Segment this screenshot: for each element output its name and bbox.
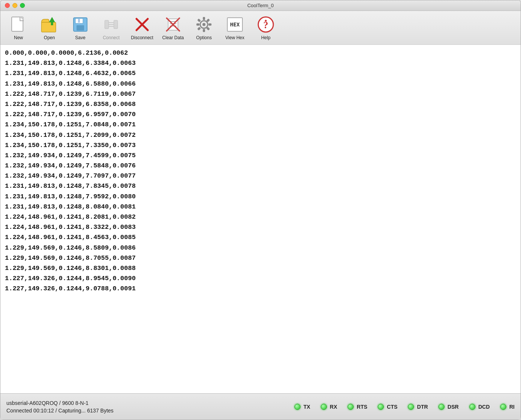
dtr-label: DTR bbox=[417, 404, 428, 410]
help-icon: ? bbox=[257, 15, 275, 34]
disconnect-label: Disconnect bbox=[131, 35, 153, 40]
data-display[interactable]: 0.000,0.000,0.0000,6.2136,0.0062 1.231,1… bbox=[5, 48, 516, 390]
svg-rect-24 bbox=[203, 17, 205, 20]
save-label: Save bbox=[75, 35, 85, 40]
svg-rect-10 bbox=[114, 20, 118, 29]
status-indicators: TX RX RTS CTS DTR bbox=[294, 404, 515, 410]
new-label: New bbox=[14, 35, 23, 40]
open-label: Open bbox=[44, 35, 55, 40]
rts-label: RTS bbox=[357, 404, 367, 410]
svg-rect-30 bbox=[197, 27, 201, 31]
cts-label: CTS bbox=[387, 404, 397, 410]
open-button[interactable]: Open bbox=[34, 13, 64, 43]
svg-rect-4 bbox=[51, 21, 53, 25]
svg-rect-26 bbox=[196, 23, 199, 26]
dsr-indicator: DSR bbox=[438, 404, 459, 410]
traffic-lights bbox=[5, 3, 25, 8]
connect-label: Connect bbox=[103, 35, 120, 40]
svg-rect-7 bbox=[77, 25, 84, 31]
svg-rect-8 bbox=[78, 19, 80, 23]
rts-indicator: RTS bbox=[348, 404, 367, 410]
connection-info: usbserial-A602QROQ / 9600 8-N-1 bbox=[6, 400, 294, 406]
viewhex-label: View Hex bbox=[225, 35, 244, 40]
save-button[interactable]: Save bbox=[65, 13, 95, 43]
cleardata-label: Clear Data bbox=[162, 35, 184, 40]
dsr-label: DSR bbox=[447, 404, 459, 410]
tx-indicator: TX bbox=[294, 404, 310, 410]
dtr-indicator: DTR bbox=[408, 404, 428, 410]
dsr-led bbox=[438, 404, 444, 410]
svg-rect-28 bbox=[197, 18, 201, 22]
title-bar: CoolTerm_0 bbox=[0, 0, 521, 11]
new-icon bbox=[9, 15, 28, 34]
tx-led bbox=[294, 404, 300, 410]
rx-indicator: RX bbox=[321, 404, 337, 410]
svg-rect-25 bbox=[203, 29, 205, 32]
dcd-label: DCD bbox=[478, 404, 490, 410]
cts-led bbox=[378, 404, 384, 410]
svg-rect-0 bbox=[12, 17, 23, 31]
viewhex-icon: HEX bbox=[226, 15, 244, 34]
help-label: Help bbox=[261, 35, 271, 40]
dcd-led bbox=[469, 404, 475, 410]
content-area: 0.000,0.000,0.0000,6.2136,0.0062 1.231,1… bbox=[0, 45, 521, 393]
toolbar: New Open bbox=[0, 11, 521, 45]
svg-marker-3 bbox=[49, 17, 55, 22]
dcd-indicator: DCD bbox=[469, 404, 490, 410]
svg-rect-2 bbox=[41, 22, 56, 32]
save-icon bbox=[71, 15, 89, 34]
open-icon bbox=[40, 15, 58, 34]
main-window: CoolTerm_0 New bbox=[0, 0, 521, 420]
help-button[interactable]: ? Help bbox=[251, 13, 281, 43]
options-icon bbox=[195, 15, 213, 34]
svg-rect-27 bbox=[208, 23, 211, 26]
connect-icon bbox=[102, 15, 120, 34]
rx-label: RX bbox=[330, 404, 337, 410]
options-label: Options bbox=[196, 35, 211, 40]
svg-rect-9 bbox=[105, 20, 109, 29]
tx-label: TX bbox=[303, 404, 310, 410]
options-button[interactable]: Options bbox=[189, 13, 219, 43]
maximize-button[interactable] bbox=[20, 3, 25, 8]
svg-point-34 bbox=[265, 20, 267, 21]
viewhex-button[interactable]: HEX View Hex bbox=[220, 13, 250, 43]
new-button[interactable]: New bbox=[3, 13, 34, 43]
status-bar: usbserial-A602QROQ / 9600 8-N-1 Connecte… bbox=[0, 393, 521, 420]
cleardata-icon bbox=[164, 15, 182, 34]
rts-led bbox=[348, 404, 354, 410]
connect-button[interactable]: Connect bbox=[96, 13, 126, 43]
disconnect-button[interactable]: Disconnect bbox=[127, 13, 157, 43]
status-info: usbserial-A602QROQ / 9600 8-N-1 Connecte… bbox=[6, 400, 294, 414]
rx-led bbox=[321, 404, 327, 410]
close-button[interactable] bbox=[5, 3, 10, 8]
svg-point-23 bbox=[202, 23, 205, 26]
capture-info: Connected 00:10:12 / Capturing... 6137 B… bbox=[6, 408, 294, 414]
ri-led bbox=[500, 404, 506, 410]
ri-indicator: RI bbox=[500, 404, 515, 410]
ri-label: RI bbox=[509, 404, 515, 410]
minimize-button[interactable] bbox=[12, 3, 17, 8]
cts-indicator: CTS bbox=[378, 404, 397, 410]
disconnect-icon bbox=[133, 15, 151, 34]
window-title: CoolTerm_0 bbox=[247, 3, 274, 8]
dtr-led bbox=[408, 404, 414, 410]
cleardata-button[interactable]: Clear Data bbox=[158, 13, 188, 43]
